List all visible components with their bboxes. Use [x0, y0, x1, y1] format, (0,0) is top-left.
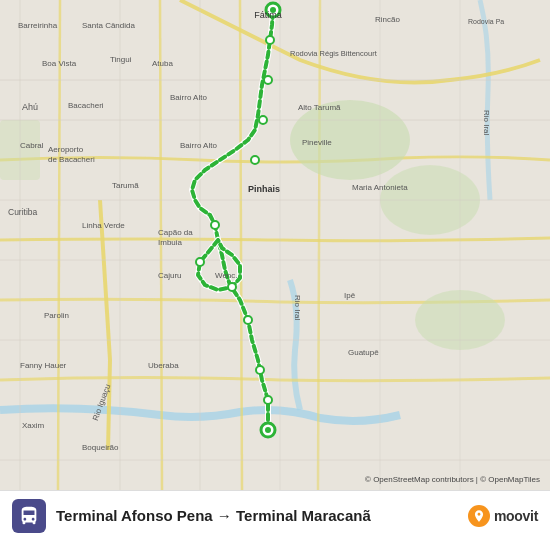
svg-text:Curitiba: Curitiba [8, 207, 38, 217]
svg-point-21 [266, 36, 274, 44]
svg-text:Fátima: Fátima [254, 10, 282, 20]
svg-text:Bacacheri: Bacacheri [68, 101, 104, 110]
svg-point-29 [256, 366, 264, 374]
svg-text:Rodovia Pa: Rodovia Pa [468, 18, 504, 25]
svg-text:Tingui: Tingui [110, 55, 132, 64]
svg-point-28 [244, 316, 252, 324]
footer-bar: Terminal Afonso Pena → Terminal Maracanã… [0, 490, 550, 540]
moovit-person-icon [472, 509, 486, 523]
moovit-logo: moovit [468, 505, 538, 527]
svg-text:Pinhais: Pinhais [248, 184, 280, 194]
svg-text:Xaxim: Xaxim [22, 421, 45, 430]
svg-text:Maria Antonieta: Maria Antonieta [352, 183, 408, 192]
svg-text:Parolin: Parolin [44, 311, 69, 320]
route-label: Terminal Afonso Pena → Terminal Maracanã [56, 507, 458, 524]
svg-text:Rodovia Régis Bittencourt: Rodovia Régis Bittencourt [290, 49, 378, 58]
bus-icon-wrap [12, 499, 46, 533]
svg-point-24 [251, 156, 259, 164]
svg-text:Rio Iral: Rio Iral [293, 295, 302, 321]
svg-point-22 [264, 76, 272, 84]
svg-text:Linha Verde: Linha Verde [82, 221, 125, 230]
svg-text:Uberaba: Uberaba [148, 361, 179, 370]
svg-text:Alto Tarumã: Alto Tarumã [298, 103, 341, 112]
svg-text:Cabral: Cabral [20, 141, 44, 150]
svg-text:Bairro Alto: Bairro Alto [180, 141, 217, 150]
svg-text:Santa Cândida: Santa Cândida [82, 21, 135, 30]
svg-text:Pineville: Pineville [302, 138, 332, 147]
svg-text:Wenc.: Wenc. [215, 271, 238, 280]
svg-text:Capão da: Capão da [158, 228, 193, 237]
svg-text:Tarumã: Tarumã [112, 181, 139, 190]
svg-text:de Bacacheri: de Bacacheri [48, 155, 95, 164]
svg-point-23 [259, 116, 267, 124]
svg-text:Barreirinha: Barreirinha [18, 21, 58, 30]
svg-point-26 [196, 258, 204, 266]
moovit-dot-icon [468, 505, 490, 527]
svg-point-25 [211, 221, 219, 229]
svg-text:Imbuia: Imbuia [158, 238, 183, 247]
svg-text:Ahú: Ahú [22, 102, 38, 112]
map-area: Fátima Barreirinha Santa Cândida Rincão … [0, 0, 550, 490]
svg-text:© OpenStreetMap contributors |: © OpenStreetMap contributors | © OpenMap… [365, 475, 540, 484]
svg-text:Atuba: Atuba [152, 59, 173, 68]
svg-point-27 [228, 283, 236, 291]
svg-rect-0 [0, 0, 550, 490]
svg-text:Bairro Alto: Bairro Alto [170, 93, 207, 102]
svg-text:Boqueirão: Boqueirão [82, 443, 119, 452]
svg-text:Aeroporto: Aeroporto [48, 145, 84, 154]
svg-text:Fanny Hauer: Fanny Hauer [20, 361, 67, 370]
svg-text:Guatupê: Guatupê [348, 348, 379, 357]
svg-text:Rincão: Rincão [375, 15, 400, 24]
svg-text:Cajuru: Cajuru [158, 271, 182, 280]
moovit-text: moovit [494, 508, 538, 524]
svg-text:Rio Iral: Rio Iral [482, 110, 491, 136]
svg-text:Ipê: Ipê [344, 291, 356, 300]
svg-point-20 [265, 427, 271, 433]
bus-icon [18, 505, 40, 527]
svg-point-30 [264, 396, 272, 404]
svg-text:Boa Vista: Boa Vista [42, 59, 77, 68]
